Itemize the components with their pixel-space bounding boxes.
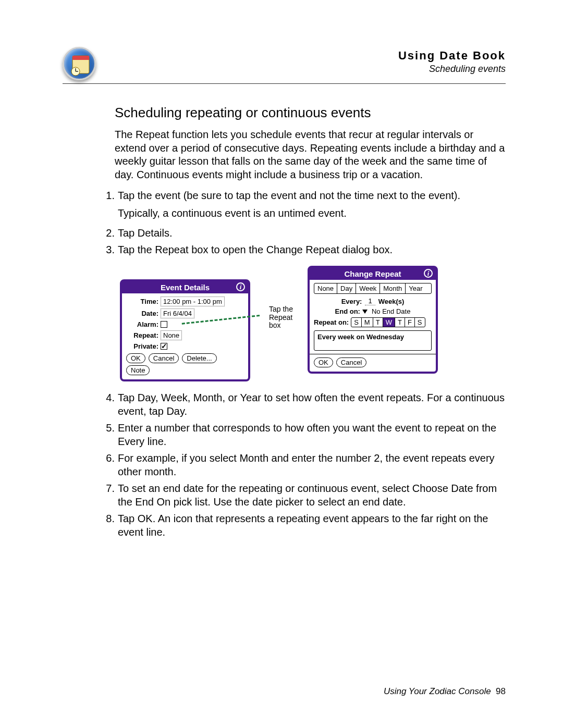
alarm-label: Alarm: — [126, 320, 158, 328]
tab-month[interactable]: Month — [380, 283, 406, 293]
step-1: Tap the event (be sure to tap the event … — [118, 190, 460, 201]
alarm-checkbox[interactable] — [161, 321, 167, 328]
page-footer: Using Your Zodiac Console 98 — [384, 686, 506, 697]
date-field[interactable]: Fri 6/4/04 — [161, 309, 194, 318]
ok-button[interactable]: OK — [126, 353, 145, 363]
tab-year[interactable]: Year — [406, 283, 425, 293]
svg-rect-1 — [72, 56, 89, 60]
cr-ok-button[interactable]: OK — [314, 357, 333, 367]
tab-week[interactable]: Week — [356, 283, 380, 293]
day-tue[interactable]: T — [373, 318, 383, 327]
cancel-button[interactable]: Cancel — [149, 353, 179, 363]
note-button[interactable]: Note — [126, 365, 150, 375]
change-repeat-window: Change Repeat i None Day Week Month Year… — [308, 266, 438, 374]
day-thu[interactable]: T — [395, 318, 405, 327]
page-heading: Scheduling repeating or continuous event… — [115, 105, 506, 121]
info-icon[interactable]: i — [236, 282, 245, 291]
info-icon[interactable]: i — [424, 269, 433, 278]
private-checkbox[interactable] — [161, 343, 167, 350]
step-3: Tap the Repeat box to open the Change Re… — [118, 243, 506, 256]
repeat-tabs[interactable]: None Day Week Month Year — [314, 283, 432, 294]
step-6: For example, if you select Month and ent… — [118, 451, 506, 478]
footer-book: Using Your Zodiac Console — [384, 686, 491, 696]
date-label: Date: — [126, 310, 158, 317]
every-input[interactable]: 1 — [365, 297, 375, 305]
every-label: Every: — [341, 298, 362, 305]
page-header: Using Date Book Scheduling events — [63, 47, 506, 84]
repeat-field[interactable]: None — [161, 330, 182, 340]
step-1-note: Typically, a continuous event is an unti… — [118, 206, 506, 220]
end-on-value[interactable]: No End Date — [372, 307, 410, 315]
delete-button[interactable]: Delete... — [182, 353, 216, 363]
step-8: Tap OK. An icon that represents a repeat… — [118, 512, 506, 539]
callout-text: Tap the Repeat box — [269, 305, 298, 329]
day-wed[interactable]: W — [383, 318, 395, 327]
change-repeat-title: Change Repeat — [344, 269, 401, 278]
day-fri[interactable]: F — [405, 318, 415, 327]
tab-day[interactable]: Day — [337, 283, 356, 293]
datebook-icon — [63, 47, 96, 80]
repeat-on-label: Repeat on: — [314, 318, 349, 326]
time-label: Time: — [126, 298, 158, 305]
event-details-window: Event Details i Time: 12:00 pm - 1:00 pm… — [120, 279, 250, 381]
intro-paragraph: The Repeat function lets you schedule ev… — [115, 128, 506, 181]
day-selector[interactable]: S M T W T F S — [351, 317, 425, 327]
end-on-label: End on: — [335, 307, 360, 315]
figure: Event Details i Time: 12:00 pm - 1:00 pm… — [120, 266, 506, 381]
step-5: Enter a number that corresponds to how o… — [118, 421, 506, 448]
day-sat[interactable]: S — [415, 318, 425, 327]
day-mon[interactable]: M — [362, 318, 373, 327]
event-details-title: Event Details — [161, 283, 210, 292]
private-label: Private: — [126, 342, 158, 350]
every-unit: Week(s) — [378, 298, 405, 305]
chapter-title: Using Date Book — [106, 49, 506, 63]
cr-cancel-button[interactable]: Cancel — [336, 357, 366, 367]
repeat-label: Repeat: — [126, 331, 158, 339]
day-sun[interactable]: S — [351, 318, 362, 327]
step-7: To set an end date for the repeating or … — [118, 482, 506, 509]
tab-none[interactable]: None — [314, 283, 337, 293]
repeat-summary: Every week on Wednesday — [314, 330, 432, 351]
step-4: Tap Day, Week, Month, or Year to set how… — [118, 391, 506, 418]
time-field[interactable]: 12:00 pm - 1:00 pm — [161, 297, 225, 306]
dropdown-icon[interactable] — [362, 310, 368, 314]
page-number: 98 — [496, 686, 506, 696]
step-2: Tap Details. — [118, 226, 506, 240]
divider — [310, 354, 436, 354]
section-subtitle: Scheduling events — [106, 64, 506, 75]
